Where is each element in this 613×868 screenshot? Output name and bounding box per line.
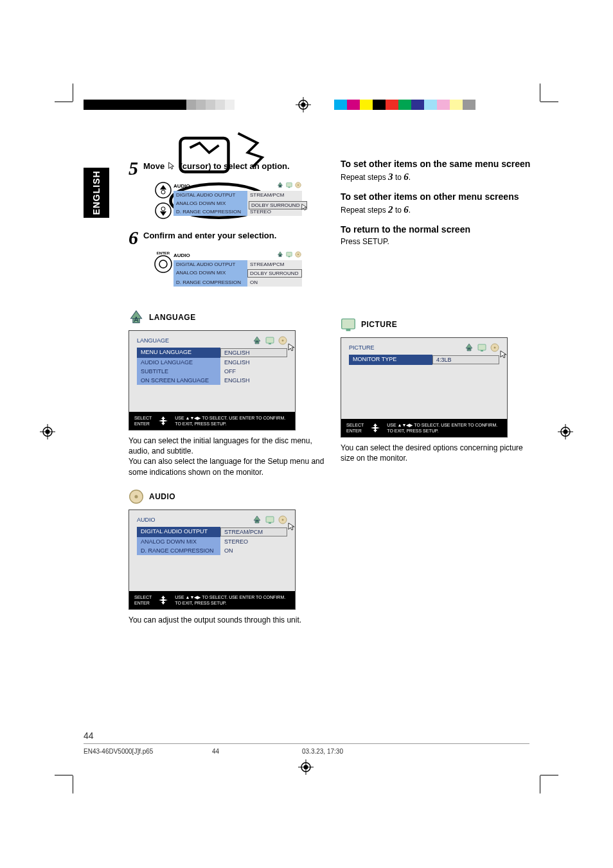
file-page: 44 (212, 748, 302, 755)
menu-key: DIGITAL AUDIO OUTPUT (173, 260, 247, 269)
file-timestamp: 03.3.23, 17:30 (302, 748, 343, 755)
step-6-number: 6 (129, 228, 138, 247)
crop-mark (540, 102, 558, 102)
menu-key: D. RANGE COMPRESSION (173, 278, 247, 287)
osd-val: STEREO (220, 537, 287, 546)
osd-footer: SELECTENTER USE ▲▼◀▶ TO SELECT. USE ENTE… (129, 591, 295, 609)
osd-footer-select: SELECT (346, 422, 364, 428)
menu-key: ANALOG DOWN MIX (173, 269, 247, 278)
enter-button-illustration: ENTER (153, 251, 173, 273)
file-footer: EN43-46DV5000[J]f.p65 44 03.3.23, 17:30 (84, 743, 529, 755)
osd-footer-enter: ENTER (134, 600, 152, 606)
language-section: LANGUAGE LANGUAGE MENU LANGUAGEENGLISH A… (129, 310, 328, 477)
step-6-menu-title: AUDIO (173, 252, 190, 258)
osd-tabs (465, 343, 499, 352)
osd-footer-hint2: TO EXIT, PRESS SETUP. (387, 428, 497, 434)
menu-val: STREAM/PCM (247, 260, 302, 269)
language-tab: ENGLISH (84, 168, 109, 218)
cursor-pointer-icon (301, 203, 308, 212)
osd-key: D. RANGE COMPRESSION (137, 546, 220, 555)
page-number: 44 (84, 731, 94, 741)
cursor-pointer-icon (287, 342, 296, 353)
picture-section-heading: PICTURE (361, 320, 397, 329)
step-5-number: 5 (129, 159, 138, 178)
osd-footer-enter: ENTER (346, 428, 364, 434)
printer-marks-top (0, 100, 613, 112)
osd-val: ENGLISH (220, 376, 287, 385)
osd-val: STREAM/PCM (220, 527, 287, 536)
right-column: To set other items on the same menu scre… (341, 159, 533, 463)
osd-footer-hint1: USE ▲▼◀▶ TO SELECT. USE ENTER TO CONFIRM… (175, 594, 285, 600)
step-5-text-b: (cursor) to select an option. (179, 161, 289, 171)
crop-mark (55, 102, 73, 102)
audio-description: You can adjust the output sounds through… (129, 615, 328, 625)
step-6-text: Confirm and enter your selection. (143, 228, 276, 240)
osd-val: 4:3LB (432, 355, 499, 364)
osd-val: ENGLISH (220, 348, 287, 357)
nav-cross-icon (157, 414, 170, 427)
crop-mark (73, 84, 73, 102)
crop-mark (73, 775, 73, 793)
osd-footer-hint2: TO EXIT, PRESS SETUP. (175, 600, 285, 606)
page-content: ENGLISH 5 Move (cursor) to select an opt… (84, 112, 529, 755)
osd-title: PICTURE (349, 344, 375, 351)
language-tab-label: ENGLISH (91, 170, 102, 215)
step-6-menu: AUDIO DIGITAL AUDIO OUTPUTSTREAM/PCM ANA… (173, 251, 302, 287)
osd-val: OFF (220, 367, 287, 376)
left-column: 5 Move (cursor) to select an option. AUD… (129, 159, 328, 625)
audio-section-icon (129, 489, 144, 504)
osd-val: ON (220, 546, 287, 555)
cmyk-swatches (334, 100, 424, 112)
dpad-down-icon (155, 202, 172, 219)
osd-key: MENU LANGUAGE (137, 348, 220, 358)
menu-tabs (276, 251, 302, 259)
nav-cross-icon (369, 421, 382, 434)
picture-osd: PICTURE MONITOR TYPE4:3LB SELECTENTER US… (341, 337, 508, 438)
cursor-pointer-icon (499, 350, 508, 360)
audio-section-heading: AUDIO (149, 492, 175, 501)
language-section-heading: LANGUAGE (149, 313, 196, 322)
crop-mark (55, 775, 73, 775)
osd-key: MONITOR TYPE (349, 355, 432, 365)
language-osd: LANGUAGE MENU LANGUAGEENGLISH AUDIO LANG… (129, 330, 296, 430)
osd-title: LANGUAGE (137, 337, 169, 344)
file-name: EN43-46DV5000[J]f.p65 (84, 748, 212, 755)
osd-footer-select: SELECT (134, 594, 152, 600)
registration-mark-right (558, 424, 573, 441)
registration-mark-top (296, 97, 311, 112)
osd-footer-hint1: USE ▲▼◀▶ TO SELECT. USE ENTER TO CONFIRM… (175, 415, 285, 421)
language-section-icon (129, 310, 144, 325)
cursor-icon (167, 161, 177, 172)
black-swatches (84, 100, 186, 112)
menu-dropdown: DOLBY SURROUND (249, 201, 307, 209)
registration-mark-left (40, 424, 55, 441)
menu-val: STEREO DOLBY SURROUND (247, 199, 302, 208)
osd-key: DIGITAL AUDIO OUTPUT (137, 527, 220, 537)
picture-section-icon (341, 317, 356, 332)
crop-mark (540, 775, 540, 793)
step-5-menu: AUDIO DIGITAL AUDIO OUTPUTSTREAM/PCM ANA… (173, 182, 302, 216)
registration-mark-bottom (298, 759, 314, 777)
right-heading-3: To return to the normal screen (341, 224, 533, 235)
osd-key: ANALOG DOWN MIX (137, 537, 220, 546)
osd-key: SUBTITLE (137, 367, 220, 376)
osd-footer: SELECTENTER USE ▲▼◀▶ TO SELECT. USE ENTE… (341, 419, 507, 437)
osd-key: AUDIO LANGUAGE (137, 358, 220, 367)
language-description: You can select the initial languages for… (129, 436, 328, 477)
osd-footer: SELECTENTER USE ▲▼◀▶ TO SELECT. USE ENTE… (129, 412, 295, 430)
step-6: 6 Confirm and enter your selection. (129, 228, 328, 247)
step-5-text: Move (cursor) to select an option. (143, 159, 290, 172)
step-5-menu-title: AUDIO (173, 183, 190, 189)
menu-val: ON (247, 278, 302, 287)
menu-val: STREAM/PCM (247, 191, 302, 199)
grey-swatches (186, 100, 235, 112)
step-5-illustration: AUDIO DIGITAL AUDIO OUTPUTSTREAM/PCM ANA… (153, 182, 328, 219)
menu-val: DOLBY SURROUND (247, 269, 302, 278)
crop-mark (540, 775, 558, 775)
step-6-illustration: ENTER AUDIO DIGITAL AUDIO OUTPUTSTREAM/P… (153, 251, 328, 287)
device-disc-icon (127, 128, 158, 154)
step-5: 5 Move (cursor) to select an option. (129, 159, 328, 178)
menu-key: ANALOG DOWN MIX (173, 199, 247, 208)
dpad-up-icon (155, 182, 172, 199)
osd-key: ON SCREEN LANGUAGE (137, 376, 220, 385)
